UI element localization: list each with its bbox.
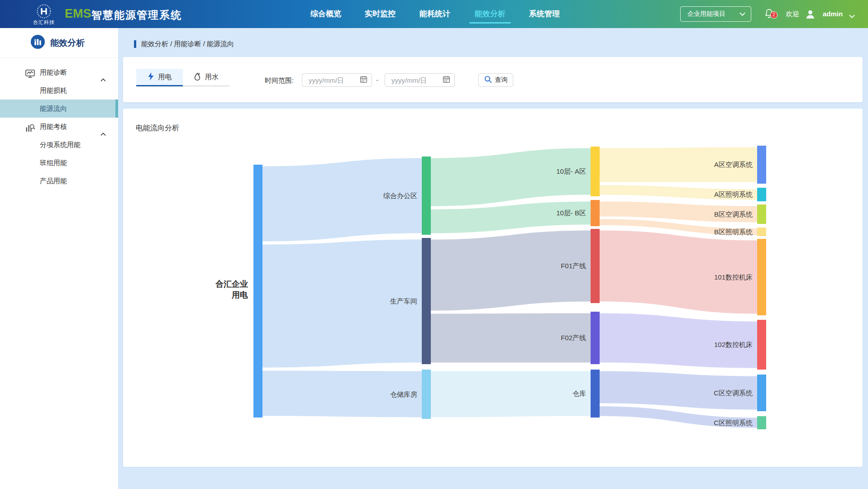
query-button[interactable]: 查询 [478,73,513,87]
sankey-node-合汇企业用电[interactable] [253,165,262,418]
breadcrumb-accent-bar [134,40,136,48]
sankey-node-B区空调系统[interactable] [757,204,766,224]
nav-item-4[interactable]: 能效分析 [475,0,506,28]
sankey-node-label: 生产车间 [390,297,417,305]
sidebar-title-label: 能效分析 [50,37,85,49]
sankey-node-生产车间[interactable] [422,238,431,364]
query-button-label: 查询 [495,76,508,84]
sankey-node-label: F01产线 [561,262,586,270]
avatar[interactable] [805,9,816,22]
date-range-separator: - [376,76,378,84]
notification-bell-icon[interactable]: 2 [764,8,777,21]
sidebar-item-label: 班组用能 [40,154,67,172]
sidebar-item-产品用能[interactable]: 产品用能 [0,172,118,190]
sankey-flow-仓储库房-仓库[interactable] [431,371,591,418]
sankey-node-10层- B区[interactable] [591,200,600,226]
project-select[interactable]: 企业用能项目 [680,6,751,22]
sidebar-item-label: 分项系统用能 [40,136,81,154]
analysis-chart-icon [31,35,45,51]
sankey-flow-合汇企业用电-综合办公区[interactable] [262,158,422,242]
date-range-label: 时间范围: [265,76,294,85]
sankey-node-C区照明系统[interactable] [757,416,766,429]
calendar-icon[interactable] [443,76,450,85]
sankey-flow-F01产线-101数控机床[interactable] [600,231,757,314]
sidebar-title: 能效分析 [0,28,118,58]
sankey-node-label: 102数控机床 [714,341,753,348]
tab-label: 用电 [158,73,172,81]
sankey-node-10层- A区[interactable] [591,147,600,196]
sidebar-item-label: 用能诊断 [40,63,67,81]
sankey-chart: 合汇企业用电综合办公区生产车间仓储库房10层- A区10层- B区F01产线F0… [123,109,863,467]
sidebar-item-label: 能源流向 [40,100,67,118]
sankey-flow-综合办公区-10层- B区[interactable] [431,202,591,233]
breadcrumb-text: 能效分析 / 用能诊断 / 能源流向 [141,40,234,48]
sankey-node-A区照明系统[interactable] [757,188,766,201]
lightning-icon [148,72,154,82]
sidebar-item-分项系统用能[interactable]: 分项系统用能 [0,136,118,154]
sankey-node-C区空调系统[interactable] [757,375,766,411]
company-logo-icon [36,4,52,21]
date-end-input[interactable] [385,73,455,87]
sankey-node-label: B区照明系统 [714,228,753,236]
sidebar-item-用能诊断[interactable]: 用能诊断 [0,63,118,81]
calendar-icon[interactable] [360,76,367,85]
sankey-node-label: 用电 [231,290,248,299]
tab-用电[interactable]: 用电 [136,69,183,86]
sankey-node-label: F02产线 [561,334,586,342]
energy-flow-panel: 电能流向分析 合汇企业用电综合办公区生产车间仓储库房10层- A区10层- B区… [123,109,863,467]
sankey-node-F01产线[interactable] [591,229,600,303]
energy-type-tabs: 用电用水 [136,69,229,86]
water-drop-icon [194,72,201,82]
brand-title: 智慧能源管理系统 [91,8,182,22]
sankey-node-label: A区空调系统 [714,161,753,168]
sankey-node-label: 10层- A区 [556,167,586,175]
filter-panel: 用电用水 时间范围: - [123,57,863,102]
sankey-node-label: 合汇企业 [215,280,248,289]
sankey-node-label: C区空调系统 [714,389,753,397]
sidebar-item-用能损耗[interactable]: 用能损耗 [0,81,118,100]
date-start-input[interactable] [302,73,372,87]
sankey-node-label: 10层- B区 [556,209,586,217]
sankey-node-B区照明系统[interactable] [757,228,766,236]
sankey-node-label: 仓储库房 [390,390,417,398]
sidebar: 能效分析 用能诊断用能损耗能源流向用能考核分项系统用能班组用能产品用能 [0,28,118,489]
sankey-node-label: 综合办公区 [383,192,417,199]
nav-item-1[interactable]: 综合概览 [310,0,341,28]
notification-badge: 2 [770,11,777,19]
sankey-node-仓储库房[interactable] [422,370,431,419]
tab-用水[interactable]: 用水 [183,69,229,86]
sankey-node-F02产线[interactable] [591,312,600,364]
search-icon [484,76,492,85]
date-end-field[interactable] [387,76,443,84]
sankey-node-101数控机床[interactable] [757,239,766,315]
sidebar-item-班组用能[interactable]: 班组用能 [0,154,118,172]
welcome-text: 欢迎 [786,0,799,28]
app-header: 合汇科技 EMS 智慧能源管理系统 综合概览实时监控能耗统计能效分析系统管理 企… [0,0,868,28]
nav-item-5[interactable]: 系统管理 [529,0,560,28]
sidebar-item-label: 产品用能 [40,172,67,190]
brand-abbr: EMS [65,7,91,21]
sankey-node-A区空调系统[interactable] [757,146,766,184]
date-start-field[interactable] [304,76,360,84]
sankey-node-仓库[interactable] [591,370,600,418]
sidebar-menu: 用能诊断用能损耗能源流向用能考核分项系统用能班组用能产品用能 [0,63,118,190]
project-select-value: 企业用能项目 [687,10,739,18]
username[interactable]: admin [823,0,843,28]
tab-label: 用水 [205,73,219,81]
sidebar-item-label: 用能考核 [40,118,67,136]
sidebar-item-能源流向[interactable]: 能源流向 [0,100,118,118]
sankey-node-label: 101数控机床 [714,273,753,281]
sankey-node-label: C区照明系统 [714,419,753,427]
chevron-down-icon [739,10,745,18]
sankey-node-label: B区空调系统 [714,210,753,218]
sidebar-item-用能考核[interactable]: 用能考核 [0,118,118,136]
nav-item-3[interactable]: 能耗统计 [420,0,450,28]
sankey-flow-生产车间-F01产线[interactable] [431,231,591,311]
sankey-node-102数控机床[interactable] [757,320,766,370]
sankey-flow-综合办公区-10层- A区[interactable] [431,148,591,206]
nav-item-2[interactable]: 实时监控 [365,0,396,28]
sankey-node-label: A区照明系统 [714,190,753,198]
breadcrumb: 能效分析 / 用能诊断 / 能源流向 [134,40,234,48]
sankey-node-综合办公区[interactable] [422,157,431,235]
user-menu-chevron-down-icon[interactable] [849,12,855,20]
